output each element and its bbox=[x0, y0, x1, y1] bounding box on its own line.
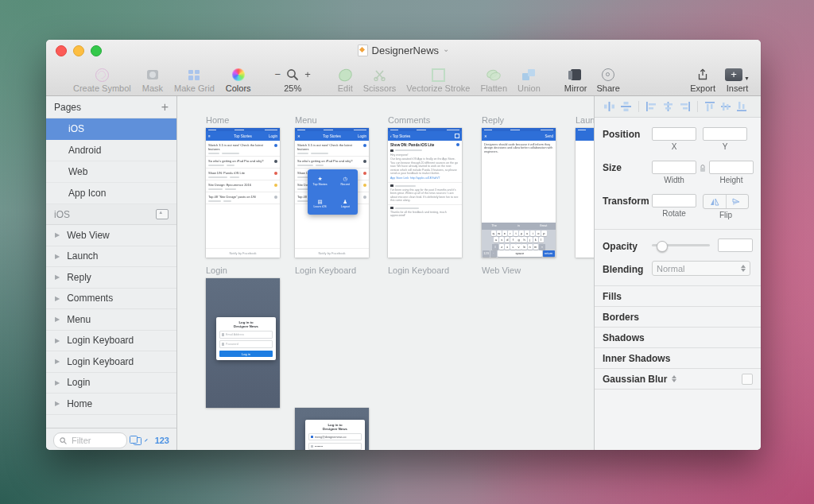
disclosure-triangle-icon[interactable]: ▶ bbox=[55, 231, 60, 238]
section-shadows[interactable]: Shadows bbox=[595, 328, 761, 348]
disclosure-triangle-icon[interactable]: ▶ bbox=[55, 295, 60, 302]
close-button[interactable] bbox=[56, 45, 67, 56]
zoom-button[interactable] bbox=[91, 45, 102, 56]
align-middle-icon[interactable] bbox=[718, 99, 734, 114]
add-page-button[interactable]: + bbox=[161, 100, 169, 114]
opacity-slider[interactable] bbox=[652, 244, 710, 246]
position-x-input[interactable] bbox=[652, 127, 696, 141]
layer-item-login-keyboard-2[interactable]: ▶Login Keyboard bbox=[46, 351, 176, 373]
rotate-input[interactable] bbox=[652, 194, 696, 207]
pencil-icon[interactable] bbox=[144, 436, 148, 445]
key-row: 123 · space return bbox=[482, 250, 556, 258]
mirror-button[interactable]: Mirror bbox=[564, 68, 587, 93]
filter-input[interactable] bbox=[70, 435, 121, 446]
collapse-artboards-icon[interactable] bbox=[156, 209, 169, 219]
opacity-input[interactable] bbox=[718, 238, 753, 252]
layer-item-comments[interactable]: ▶Comments bbox=[46, 289, 176, 310]
position-y-input[interactable] bbox=[703, 127, 747, 141]
artboard-label-login-keyboard-2[interactable]: Login Keyboard bbox=[388, 266, 449, 275]
pages-panel-icon[interactable] bbox=[134, 436, 138, 445]
page-item-ios[interactable]: iOS bbox=[46, 118, 176, 140]
disclosure-triangle-icon[interactable]: ▶ bbox=[55, 337, 60, 344]
page-item-android[interactable]: Android bbox=[46, 140, 176, 161]
artboard-label-comments[interactable]: Comments bbox=[388, 115, 430, 125]
colors-button[interactable]: Colors bbox=[226, 68, 251, 93]
layer-item-login[interactable]: ▶Login bbox=[46, 373, 176, 394]
disclosure-triangle-icon[interactable]: ▶ bbox=[55, 273, 60, 281]
section-fills[interactable]: Fills bbox=[595, 286, 761, 307]
meta-bar bbox=[208, 165, 224, 166]
zoom-out-button[interactable]: − bbox=[275, 71, 281, 79]
distribute-vertically-icon[interactable] bbox=[618, 99, 634, 114]
opacity-slider-knob[interactable] bbox=[657, 241, 668, 252]
flatten-icon bbox=[486, 70, 501, 80]
artboard-home[interactable]: ≡ Top Stories Login Sketch 3.5 is out no… bbox=[206, 128, 280, 258]
canvas[interactable]: Home Menu Comments Reply Launch ≡ Top St… bbox=[177, 96, 594, 450]
layer-item-menu[interactable]: ▶Menu bbox=[46, 309, 176, 331]
page-item-app-icon[interactable]: App Icon bbox=[46, 183, 176, 204]
align-center-horizontal-icon[interactable] bbox=[660, 99, 676, 114]
blur-type-stepper-icon[interactable] bbox=[672, 375, 676, 382]
section-borders[interactable]: Borders bbox=[595, 307, 761, 328]
export-button[interactable]: Export bbox=[690, 68, 715, 93]
layer-item-login-keyboard-1[interactable]: ▶Login Keyboard bbox=[46, 331, 176, 352]
insert-button[interactable]: + ▼ Insert bbox=[725, 68, 750, 93]
height-input[interactable] bbox=[709, 161, 754, 174]
artboard-login[interactable]: Log in to Designer News Email Address Pa… bbox=[206, 278, 280, 408]
edit-button[interactable]: Edit bbox=[338, 68, 353, 93]
mask-button[interactable]: Mask bbox=[142, 68, 163, 93]
zoom-in-button[interactable]: + bbox=[304, 71, 311, 79]
artboard-label-login[interactable]: Login bbox=[206, 266, 227, 275]
section-inner-shadows[interactable]: Inner Shadows bbox=[595, 348, 761, 369]
artboard-label-reply[interactable]: Reply bbox=[482, 115, 504, 125]
flatten-button[interactable]: Flatten bbox=[480, 68, 507, 93]
share-button[interactable]: Share bbox=[597, 68, 620, 93]
page-item-web[interactable]: Web bbox=[46, 161, 176, 183]
document-title[interactable]: DesignerNews ⌄ bbox=[358, 45, 450, 56]
vectorize-stroke-button[interactable]: Vectorize Stroke bbox=[406, 68, 470, 93]
filter-field[interactable] bbox=[53, 432, 127, 448]
style-sections: Fills Borders Shadows Inner Shadows Gaus… bbox=[595, 285, 761, 390]
layer-item-launch[interactable]: ▶Launch bbox=[46, 246, 176, 268]
layer-item-reply[interactable]: ▶Reply bbox=[46, 267, 176, 289]
artboard-login-keyboard-1[interactable]: Log in to Designer News meng@designernew… bbox=[295, 408, 369, 450]
artboard-menu[interactable]: ✕ Top Stories Login Sketch 3.5 is out no… bbox=[295, 128, 369, 258]
artboard-reply[interactable]: ✕ Send Designers should code because it … bbox=[482, 128, 556, 258]
make-grid-button[interactable]: Make Grid bbox=[174, 68, 215, 93]
distribute-horizontally-icon[interactable] bbox=[601, 99, 618, 114]
disclosure-triangle-icon[interactable]: ▶ bbox=[55, 316, 60, 323]
disclosure-triangle-icon[interactable]: ▶ bbox=[55, 379, 60, 386]
scissors-button[interactable]: Scissors bbox=[363, 68, 397, 93]
union-button[interactable]: Union bbox=[517, 68, 541, 93]
align-right-icon[interactable] bbox=[676, 99, 693, 114]
disclosure-triangle-icon[interactable]: ▶ bbox=[55, 400, 60, 407]
section-gaussian-blur[interactable]: Gaussian Blur bbox=[595, 369, 761, 390]
blur-checkbox[interactable] bbox=[742, 374, 753, 385]
artboard-label-login-keyboard-1[interactable]: Login Keyboard bbox=[295, 266, 356, 275]
disclosure-triangle-icon[interactable]: ▶ bbox=[55, 253, 60, 260]
artboard-comments[interactable]: ‹ Top Stories Show DN: Panda iOS Lite He… bbox=[388, 128, 462, 258]
width-input[interactable] bbox=[652, 161, 696, 174]
blending-dropdown[interactable]: Normal bbox=[652, 261, 750, 276]
artboard-label-launch[interactable]: Launch bbox=[576, 115, 594, 125]
list-footer: Notify by Facebook bbox=[295, 248, 369, 258]
minimize-button[interactable] bbox=[73, 45, 84, 56]
artboard-label-web-view[interactable]: Web View bbox=[482, 266, 521, 275]
align-top-icon[interactable] bbox=[702, 99, 718, 114]
layer-item-home[interactable]: ▶Home bbox=[46, 394, 176, 415]
align-left-icon[interactable] bbox=[643, 99, 660, 114]
artboard-label-menu[interactable]: Menu bbox=[295, 115, 317, 125]
page-section-header[interactable]: iOS bbox=[46, 204, 176, 225]
titlebar[interactable]: DesignerNews ⌄ bbox=[46, 40, 761, 60]
disclosure-triangle-icon[interactable]: ▶ bbox=[55, 358, 60, 365]
create-symbol-button[interactable]: Create Symbol bbox=[73, 68, 131, 93]
email-field: Email Address bbox=[219, 331, 273, 338]
flip-horizontal-button[interactable] bbox=[704, 195, 726, 208]
flip-vertical-button[interactable] bbox=[726, 195, 749, 208]
layer-item-web-view[interactable]: ▶Web View bbox=[46, 225, 176, 246]
artboard-launch[interactable] bbox=[576, 128, 594, 258]
lock-icon[interactable] bbox=[700, 161, 706, 175]
pages-title: Pages bbox=[54, 102, 81, 113]
artboard-label-home[interactable]: Home bbox=[206, 115, 229, 125]
align-bottom-icon[interactable] bbox=[734, 99, 750, 114]
